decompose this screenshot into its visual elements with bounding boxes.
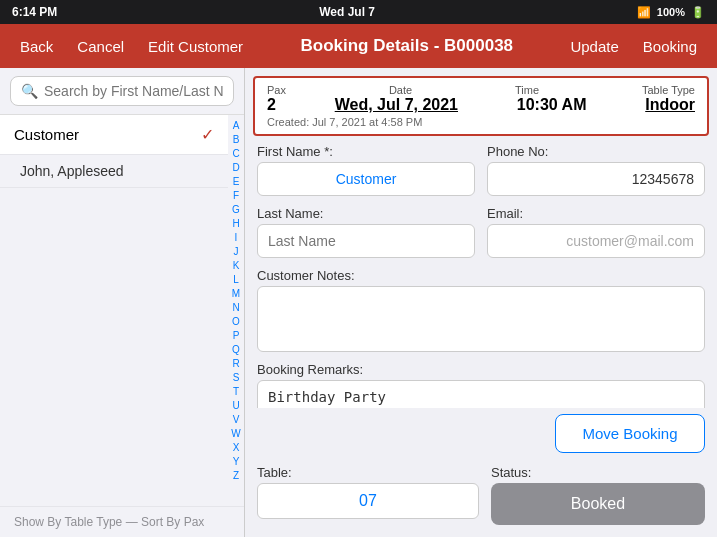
phone-input[interactable] [487, 162, 705, 196]
alpha-d[interactable]: D [232, 161, 239, 175]
booked-button[interactable]: Booked [491, 483, 705, 525]
main-area: 🔍 Customer ✓ John, Appleseed A B C D E [0, 68, 717, 537]
battery-icon: 🔋 [691, 6, 705, 19]
alpha-index: A B C D E F G H I J K L M N O P Q R S T [228, 115, 244, 506]
alpha-s[interactable]: S [233, 371, 240, 385]
bottom-row: Table: Status: Booked [245, 459, 717, 537]
form-area: First Name *: Phone No: Last Name: Email… [245, 144, 717, 408]
booking-header-labels: Pax Date Time Table Type [267, 84, 695, 96]
sidebar-item-john[interactable]: John, Appleseed [0, 155, 228, 188]
table-type-value-cell: Indoor [645, 96, 695, 114]
alpha-h[interactable]: H [232, 217, 239, 231]
move-booking-button[interactable]: Move Booking [555, 414, 705, 453]
wifi-icon: 📶 [637, 6, 651, 19]
email-group: Email: [487, 206, 705, 258]
last-name-label: Last Name: [257, 206, 475, 221]
alpha-w[interactable]: W [231, 427, 240, 441]
email-input[interactable] [487, 224, 705, 258]
search-area: 🔍 [0, 68, 244, 115]
alpha-x[interactable]: X [233, 441, 240, 455]
date-value-cell: Wed, Jul 7, 2021 [335, 96, 458, 114]
table-input[interactable] [257, 483, 479, 519]
customer-notes-group: Customer Notes: [257, 268, 705, 352]
date-value: Wed, Jul 7, 2021 [335, 96, 458, 114]
time-value-cell: 10:30 AM [517, 96, 587, 114]
table-type-cell: Table Type [642, 84, 695, 96]
sidebar-item-customer[interactable]: Customer ✓ [0, 115, 228, 155]
customer-sidebar: 🔍 Customer ✓ John, Appleseed A B C D E [0, 68, 245, 537]
booking-header: Pax Date Time Table Type 2 Wed, Jul 7, 2… [253, 76, 709, 136]
sidebar-list: Customer ✓ John, Appleseed A B C D E F G… [0, 115, 244, 506]
search-input[interactable] [44, 83, 223, 99]
time-value: 10:30 AM [517, 96, 587, 114]
search-wrapper[interactable]: 🔍 [10, 76, 234, 106]
alpha-g[interactable]: G [232, 203, 240, 217]
customer-notes-input[interactable] [257, 286, 705, 352]
phone-label: Phone No: [487, 144, 705, 159]
date-label: Date [389, 84, 412, 96]
table-group: Table: [257, 465, 479, 519]
table-type-value: Indoor [645, 96, 695, 114]
alpha-o[interactable]: O [232, 315, 240, 329]
buttons-row: Move Booking [245, 408, 717, 459]
alpha-a[interactable]: A [233, 119, 240, 133]
edit-customer-button[interactable]: Edit Customer [140, 34, 251, 59]
alpha-q[interactable]: Q [232, 343, 240, 357]
pax-value: 2 [267, 96, 276, 114]
table-type-label: Table Type [642, 84, 695, 96]
sidebar-subitem-label: John, Appleseed [20, 163, 124, 179]
nav-title: Booking Details - B000038 [251, 36, 562, 56]
last-name-input[interactable] [257, 224, 475, 258]
status-right: 📶 100% 🔋 [637, 6, 705, 19]
alpha-l[interactable]: L [233, 273, 239, 287]
alpha-j[interactable]: J [234, 245, 239, 259]
first-name-group: First Name *: [257, 144, 475, 196]
back-button[interactable]: Back [12, 34, 61, 59]
update-button[interactable]: Update [562, 34, 626, 59]
battery-text: 100% [657, 6, 685, 18]
status-label: Status: [491, 465, 705, 480]
booking-remarks-group: Booking Remarks: Birthday Party [257, 362, 705, 408]
status-time: 6:14 PM [12, 5, 57, 19]
booking-remarks-input[interactable]: Birthday Party [257, 380, 705, 408]
created-text: Created: Jul 7, 2021 at 4:58 PM [267, 116, 695, 128]
alpha-y[interactable]: Y [233, 455, 240, 469]
cancel-button[interactable]: Cancel [69, 34, 132, 59]
sidebar-footer: Show By Table Type — Sort By Pax [0, 506, 244, 537]
alpha-c[interactable]: C [232, 147, 239, 161]
alpha-p[interactable]: P [233, 329, 240, 343]
search-icon: 🔍 [21, 83, 38, 99]
nav-right: Update Booking [562, 34, 705, 59]
first-name-label: First Name *: [257, 144, 475, 159]
last-name-group: Last Name: [257, 206, 475, 258]
pax-cell: Pax [267, 84, 286, 96]
first-name-input[interactable] [257, 162, 475, 196]
alpha-n[interactable]: N [232, 301, 239, 315]
nav-left: Back Cancel Edit Customer [12, 34, 251, 59]
alpha-e[interactable]: E [233, 175, 240, 189]
sidebar-items: Customer ✓ John, Appleseed [0, 115, 228, 506]
booking-remarks-label: Booking Remarks: [257, 362, 705, 377]
status-group: Status: Booked [491, 465, 705, 525]
status-bar: 6:14 PM Wed Jul 7 📶 100% 🔋 [0, 0, 717, 24]
booking-button[interactable]: Booking [635, 34, 705, 59]
alpha-f[interactable]: F [233, 189, 239, 203]
alpha-t[interactable]: T [233, 385, 239, 399]
pax-label: Pax [267, 84, 286, 96]
alpha-b[interactable]: B [233, 133, 240, 147]
alpha-z[interactable]: Z [233, 469, 239, 483]
alpha-m[interactable]: M [232, 287, 240, 301]
checkmark-icon: ✓ [201, 125, 214, 144]
customer-notes-label: Customer Notes: [257, 268, 705, 283]
alpha-i[interactable]: I [235, 231, 238, 245]
alpha-u[interactable]: U [232, 399, 239, 413]
status-day: Wed Jul 7 [319, 5, 375, 19]
alpha-v[interactable]: V [233, 413, 240, 427]
alpha-k[interactable]: K [233, 259, 240, 273]
pax-value-cell: 2 [267, 96, 276, 114]
email-label: Email: [487, 206, 705, 221]
table-label: Table: [257, 465, 479, 480]
sidebar-customer-label: Customer [14, 126, 79, 143]
alpha-r[interactable]: R [232, 357, 239, 371]
booking-header-values: 2 Wed, Jul 7, 2021 10:30 AM Indoor [267, 96, 695, 114]
